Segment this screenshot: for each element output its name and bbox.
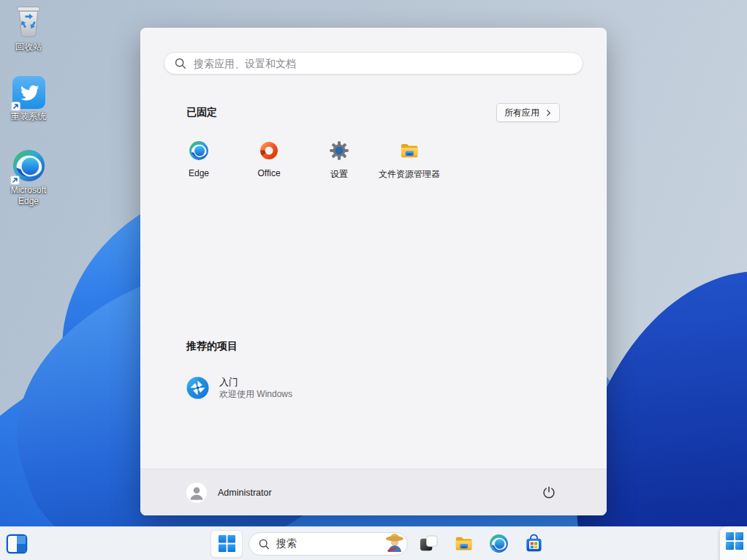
recommended-item-title: 入门: [219, 376, 292, 388]
desktop-icon-label: Microsoft Edge: [1, 185, 56, 207]
get-started-icon: [186, 377, 209, 399]
pinned-app-label: Office: [257, 168, 280, 178]
desktop-icon-recycle-bin[interactable]: 回收站: [1, 4, 56, 53]
task-view-icon: [419, 534, 439, 553]
pinned-app-label: 设置: [330, 168, 348, 181]
edge-icon: [189, 140, 209, 161]
taskbar-search-box[interactable]: 搜索: [249, 532, 408, 556]
taskbar: 搜索: [0, 526, 747, 560]
recommended-item-text: 入门 欢迎使用 Windows: [219, 376, 292, 400]
search-highlight-image[interactable]: [384, 529, 406, 555]
chevron-right-icon: [545, 109, 552, 117]
power-button[interactable]: [536, 480, 561, 505]
desktop-icon-label: 回收站: [15, 42, 42, 53]
desktop-icon-microsoft-edge[interactable]: Microsoft Edge: [1, 148, 56, 207]
taskbar-search-label: 搜索: [276, 537, 297, 550]
desktop-corner-shortcut[interactable]: [720, 526, 747, 560]
windows-logo-icon: [725, 531, 744, 550]
recommended-section-title: 推荐的项目: [186, 340, 238, 352]
taskbar-center-group: 搜索: [211, 527, 548, 560]
desktop-icon-label: 重装系统: [11, 111, 46, 122]
file-explorer-icon: [454, 534, 474, 553]
pinned-section-header: 已固定 所有应用: [186, 102, 560, 123]
pinned-app-office[interactable]: Office: [234, 132, 304, 196]
recommended-item-get-started[interactable]: 入门 欢迎使用 Windows: [175, 367, 394, 408]
task-view-button[interactable]: [414, 530, 443, 558]
recycle-bin-icon: [14, 4, 43, 39]
desktop-screen: 回收站 重装系统: [0, 0, 747, 560]
edge-icon: [12, 148, 46, 183]
pinned-app-label: Edge: [189, 168, 209, 178]
start-menu-footer: Administrator: [140, 469, 607, 515]
widgets-button[interactable]: [6, 534, 28, 554]
twitter-icon: [12, 76, 45, 109]
pinned-app-file-explorer[interactable]: 文件资源管理器: [374, 132, 444, 196]
recommended-item-subtitle: 欢迎使用 Windows: [219, 388, 292, 400]
power-icon: [542, 485, 556, 500]
widgets-icon: [6, 534, 28, 554]
shortcut-arrow-icon: [11, 101, 20, 110]
pinned-app-label: 文件资源管理器: [379, 168, 440, 181]
all-apps-button[interactable]: 所有应用: [496, 103, 560, 122]
user-avatar-icon: [186, 483, 207, 503]
edge-icon: [489, 534, 509, 553]
start-button[interactable]: [211, 530, 243, 558]
pinned-app-settings[interactable]: 设置: [304, 132, 374, 196]
desktop-icon-reinstall-system[interactable]: 重装系统: [1, 76, 56, 122]
user-profile-button[interactable]: Administrator: [186, 483, 272, 503]
store-button[interactable]: [519, 530, 548, 558]
file-explorer-button[interactable]: [449, 530, 478, 558]
start-search-input[interactable]: [194, 58, 573, 69]
user-name: Administrator: [218, 488, 272, 498]
edge-button[interactable]: [484, 530, 513, 558]
file-explorer-icon: [399, 140, 420, 161]
all-apps-label: 所有应用: [504, 107, 539, 119]
start-menu: 已固定 所有应用: [140, 28, 607, 515]
pinned-app-edge[interactable]: Edge: [164, 132, 234, 196]
start-search-box[interactable]: [164, 52, 583, 75]
search-icon: [174, 57, 186, 69]
pinned-section-title: 已固定: [186, 106, 217, 119]
pinned-apps-grid: Edge Office: [164, 132, 585, 196]
search-icon: [258, 538, 270, 550]
office-icon: [259, 140, 279, 161]
windows-logo-icon: [218, 534, 236, 553]
shortcut-arrow-icon: [10, 175, 20, 184]
recommended-section-header: 推荐的项目: [186, 339, 238, 353]
settings-gear-icon: [329, 140, 349, 161]
store-icon: [524, 534, 544, 553]
